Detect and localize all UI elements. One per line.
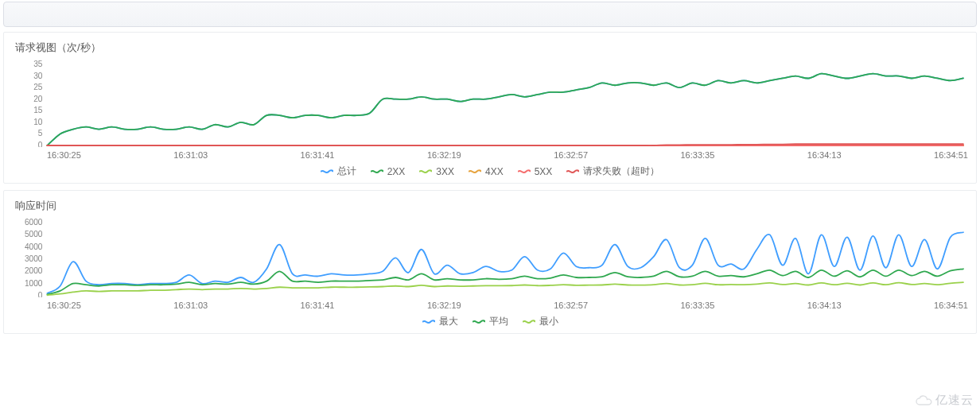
svg-text:3000: 3000 [25,254,43,263]
legend-label: 4XX [485,166,504,177]
chart-latency: 0100020003000400050006000 16:30:2516:31:… [12,218,968,310]
legend-swatch-icon [472,319,485,325]
legend-swatch-icon [523,319,535,325]
chart-requests: 05101520253035 16:30:2516:31:0316:31:411… [12,60,968,160]
svg-text:2000: 2000 [25,266,43,275]
legend-label: 请求失败（超时） [583,165,659,178]
x-tick-label: 16:34:13 [807,150,842,160]
legend-label: 3XX [436,166,454,177]
svg-text:30: 30 [33,72,43,80]
legend-swatch-icon [518,169,531,175]
x-tick-label: 16:31:41 [301,150,335,160]
legend-item-min[interactable]: 最小 [523,315,558,328]
legend-label: 2XX [387,166,406,177]
svg-text:1000: 1000 [25,279,43,288]
svg-text:5: 5 [38,129,43,138]
legend-item-avg[interactable]: 平均 [472,315,508,328]
x-tick-label: 16:33:35 [680,150,714,160]
chart-requests-svg: 05101520253035 [12,60,968,147]
x-tick-label: 16:33:35 [680,300,714,310]
chart-latency-legend: 最大平均最小 [12,315,968,328]
svg-text:10: 10 [33,118,43,126]
legend-label: 最大 [439,315,458,328]
x-tick-label: 16:34:51 [934,150,968,160]
x-tick-label: 16:34:13 [807,300,842,310]
x-tick-label: 16:30:25 [47,300,81,310]
legend-swatch-icon [321,169,333,175]
x-tick-label: 16:31:03 [173,150,208,160]
panel-latency: 响应时间 0100020003000400050006000 16:30:251… [3,190,977,334]
legend-swatch-icon [371,169,383,175]
legend-item-s2xx[interactable]: 2XX [371,165,406,178]
svg-text:20: 20 [33,95,43,103]
chart-requests-legend: 总计2XX3XX4XX5XX请求失败（超时） [12,165,968,178]
svg-text:25: 25 [33,83,43,91]
panel-title-latency: 响应时间 [15,199,968,213]
x-tick-label: 16:31:41 [301,300,335,310]
svg-text:0: 0 [38,141,43,147]
legend-swatch-icon [422,319,435,325]
x-tick-label: 16:30:25 [47,150,81,160]
x-tick-label: 16:32:19 [427,300,461,310]
x-tick-label: 16:31:03 [173,300,208,310]
svg-text:35: 35 [33,60,43,68]
svg-text:4000: 4000 [25,242,43,251]
x-tick-label: 16:32:57 [554,300,588,310]
panel-title-requests: 请求视图（次/秒） [15,41,968,55]
chart-requests-xlabels: 16:30:2516:31:0316:31:4116:32:1916:32:57… [47,150,968,160]
legend-item-s4xx[interactable]: 4XX [469,165,504,178]
collapsed-filter-bar[interactable] [3,2,977,27]
legend-label: 总计 [337,165,356,178]
legend-item-max[interactable]: 最大 [422,315,458,328]
legend-item-s5xx[interactable]: 5XX [518,165,553,178]
legend-swatch-icon [566,169,579,175]
legend-item-s3xx[interactable]: 3XX [419,165,454,178]
legend-label: 平均 [489,315,508,328]
x-tick-label: 16:32:57 [554,150,588,160]
x-tick-label: 16:32:19 [427,150,461,160]
legend-swatch-icon [469,169,481,175]
legend-item-total[interactable]: 总计 [321,165,356,178]
svg-text:0: 0 [38,291,43,297]
chart-latency-svg: 0100020003000400050006000 [12,218,968,297]
chart-latency-xlabels: 16:30:2516:31:0316:31:4116:32:1916:32:57… [47,300,968,310]
legend-item-fail[interactable]: 请求失败（超时） [566,165,659,178]
svg-text:15: 15 [33,106,43,114]
panel-requests: 请求视图（次/秒） 05101520253035 16:30:2516:31:0… [3,32,977,184]
x-tick-label: 16:34:51 [934,300,968,310]
svg-text:6000: 6000 [25,218,43,227]
svg-text:5000: 5000 [25,230,43,238]
legend-label: 5XX [535,166,553,177]
legend-label: 最小 [539,315,558,328]
legend-swatch-icon [419,169,432,175]
